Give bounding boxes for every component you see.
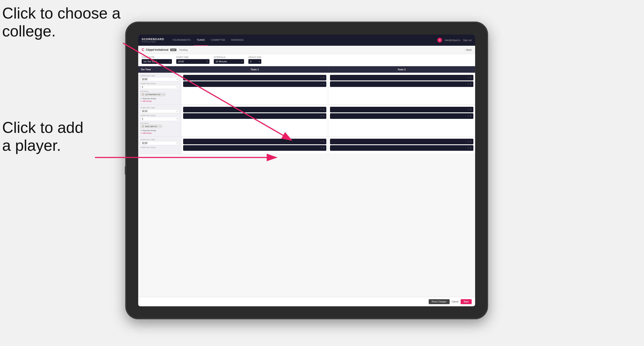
slot-x-icon-3-1[interactable]: ✕: [320, 109, 322, 111]
player-slot-6-2[interactable]: ✕ ⇅: [330, 145, 474, 151]
starting-time-input-2[interactable]: [140, 109, 179, 113]
player-slot-3-1[interactable]: ✕ ⇅: [183, 107, 326, 112]
user-email: blair@clippd.io: [445, 39, 460, 41]
course-tag-1[interactable]: 🏌 (A) Peachtree GC × ▾: [140, 93, 166, 96]
slot-expand-icon-6-1[interactable]: ⇅: [470, 141, 472, 143]
hosting-label: Hosting: [180, 48, 188, 51]
slot-expand-icon-4-2[interactable]: ⇅: [470, 115, 472, 117]
nav-tab-teams[interactable]: TEAMS: [194, 34, 208, 46]
nav-tabs: TOURNAMENTS TEAMS COMMITTEE RANKINGS: [169, 34, 437, 46]
slot-expand-icon-2-2[interactable]: ⇅: [470, 83, 472, 85]
starting-time-input-3[interactable]: [140, 141, 179, 145]
slot-expand-icon-1-2[interactable]: ⇅: [323, 83, 324, 85]
player-slot-1-1[interactable]: ✕ ⇅: [183, 75, 326, 80]
tournament-badge: Men: [170, 48, 177, 51]
remove-group-link-1[interactable]: ↩ Remove Group: [140, 98, 179, 100]
player-slot-4-1[interactable]: ✕ ⇅: [330, 107, 474, 112]
course-name-2: East Lake GC: [145, 125, 157, 128]
start-time-input-wrapper: ⏱: [176, 59, 210, 64]
tee-time-row-1: STARTING TIME: ⏱ STARTING HOLE: ▼: [138, 73, 475, 105]
player-slot-2-2[interactable]: ✕ ⇅: [330, 81, 474, 87]
add-icon-1: +: [140, 100, 142, 102]
slot-expand-icon-5-2[interactable]: ⇅: [323, 147, 324, 149]
slot-expand-icon-3-2[interactable]: ⇅: [323, 115, 324, 117]
annotation-bottom: Click to add a player.: [2, 119, 83, 155]
header-right: B blair@clippd.io Sign out: [437, 38, 472, 42]
action-links-2: ↩ Remove Group + Add Group: [140, 129, 179, 134]
slot-x-icon-5-2[interactable]: ✕: [320, 147, 322, 149]
slot-x-icon-2-1[interactable]: ✕: [467, 77, 469, 79]
start-type-select[interactable]: 1st Tee Start Shotgun Start: [142, 59, 172, 64]
nav-tab-rankings[interactable]: RANKINGS: [228, 34, 247, 46]
logo-sub: Powered by clippd: [142, 41, 164, 43]
slot-x-icon-6-2[interactable]: ✕: [467, 147, 469, 149]
remove-group-link-2[interactable]: ↩ Remove Group: [140, 129, 179, 132]
starting-hole-field-3: STARTING HOLE:: [140, 147, 179, 148]
slot-expand-icon-3-1[interactable]: ⇅: [323, 109, 324, 111]
player-slot-1-2[interactable]: ✕ ⇅: [183, 81, 326, 87]
slot-expand-icon-1-1[interactable]: ⇅: [323, 77, 324, 79]
scoreboard-logo: SCOREBOARD Powered by clippd: [142, 37, 164, 43]
intervals-select[interactable]: 10 Minutes 8 Minutes 12 Minutes: [214, 59, 244, 64]
add-group-link-1[interactable]: + Add Group: [140, 100, 179, 102]
starting-hole-input-wrapper-2: ▼: [140, 117, 179, 121]
course-remove-1[interactable]: × ▾: [162, 93, 164, 96]
start-type-control: Start Type 1st Tee Start Shotgun Start: [142, 56, 172, 64]
slot-x-icon-1-1[interactable]: ✕: [320, 77, 322, 79]
slot-expand-icon-4-1[interactable]: ⇅: [470, 109, 472, 111]
start-type-select-wrapper: 1st Tee Start Shotgun Start: [142, 59, 172, 64]
player-slot-6-1[interactable]: ✕ ⇅: [330, 139, 474, 144]
app-header: SCOREBOARD Powered by clippd TOURNAMENTS…: [138, 34, 475, 46]
add-group-link-2[interactable]: + Add Group: [140, 132, 179, 134]
slot-expand-icon-5-1[interactable]: ⇅: [323, 141, 324, 143]
start-time-input[interactable]: [176, 59, 210, 64]
annotation-top-line1: Click to choose a: [2, 4, 120, 22]
save-button[interactable]: Save: [461, 299, 472, 304]
player-slot-5-2[interactable]: ✕ ⇅: [183, 145, 326, 151]
player-slot-2-1[interactable]: ✕ ⇅: [330, 75, 474, 80]
starting-time-field-3: STARTING TIME: ⏱: [140, 139, 179, 145]
course-remove-2[interactable]: × ▾: [158, 125, 161, 128]
logo-title: SCOREBOARD: [142, 37, 164, 41]
starting-hole-field-1: STARTING HOLE: ▼: [140, 83, 179, 89]
clock-icon: ⏱: [206, 60, 208, 63]
slot-x-icon-4-2[interactable]: ✕: [467, 115, 469, 117]
tournament-name: Clippd Invitational: [146, 48, 168, 51]
starting-hole-input-1[interactable]: [140, 85, 179, 89]
starting-hole-label-2: STARTING HOLE:: [140, 115, 179, 117]
starting-time-input-wrapper-3: ⏱: [140, 141, 179, 145]
starting-time-field-1: STARTING TIME: ⏱: [140, 75, 179, 81]
slot-x-icon-4-1[interactable]: ✕: [467, 109, 469, 111]
slot-x-icon-5-1[interactable]: ✕: [320, 141, 322, 143]
nav-tab-committee[interactable]: COMMITTEE: [208, 34, 228, 46]
cancel-button[interactable]: Cancel: [452, 301, 458, 303]
slot-x-icon-1-2[interactable]: ✕: [320, 83, 322, 85]
time-icon-1: ⏱: [176, 78, 178, 80]
player-slot-4-2[interactable]: ✕ ⇅: [330, 113, 474, 119]
player-slot-3-2[interactable]: ✕ ⇅: [183, 113, 326, 119]
annotation-bottom-line1: Click to add: [2, 119, 83, 136]
back-link[interactable]: ‹ Back: [465, 48, 472, 51]
slot-x-icon-2-2[interactable]: ✕: [467, 83, 469, 85]
slot-x-icon-6-1[interactable]: ✕: [467, 141, 469, 143]
course-field-1: COURSE: 🏌 (A) Peachtree GC × ▾: [140, 90, 179, 96]
starting-time-label-2: STARTING TIME:: [140, 107, 179, 109]
starting-time-input-1[interactable]: [140, 77, 179, 81]
course-tag-2[interactable]: 🏌 East Lake GC × ▾: [140, 125, 162, 128]
group-size-select[interactable]: 3 2 4: [248, 59, 261, 64]
starting-hole-label-3: STARTING HOLE:: [140, 147, 179, 148]
slot-expand-icon-2-1[interactable]: ⇅: [470, 77, 472, 79]
sign-out-link[interactable]: Sign out: [463, 39, 472, 41]
slot-expand-icon-6-2[interactable]: ⇅: [470, 147, 472, 149]
nav-tab-tournaments[interactable]: TOURNAMENTS: [169, 34, 194, 46]
starting-hole-input-2[interactable]: [140, 117, 179, 121]
starting-time-input-wrapper-1: ⏱: [140, 77, 179, 81]
starting-time-field-2: STARTING TIME: ⏱: [140, 107, 179, 113]
slot-x-icon-3-2[interactable]: ✕: [320, 115, 322, 117]
col-team1: Team 1: [182, 66, 328, 73]
tee-time-left-2: STARTING TIME: ⏱ STARTING HOLE: ▼: [138, 105, 182, 136]
starting-hole-label-1: STARTING HOLE:: [140, 83, 179, 85]
reset-button[interactable]: Reset Changes: [429, 299, 450, 304]
group-size-control: Group Size 3 2 4: [248, 56, 261, 64]
player-slot-5-1[interactable]: ✕ ⇅: [183, 139, 326, 144]
